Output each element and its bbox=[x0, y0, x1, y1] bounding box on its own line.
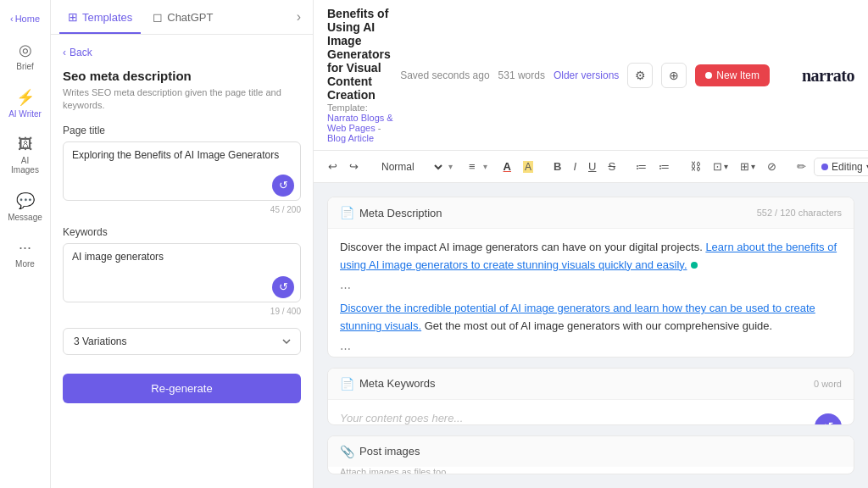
page-title-ai-button[interactable]: ↺ bbox=[272, 175, 294, 197]
header-right: Saved seconds ago 531 words Older versio… bbox=[400, 63, 770, 88]
meta-description-block: 📄 Meta Description 552 / 120 characters … bbox=[327, 197, 854, 358]
special-button[interactable]: ⊘ bbox=[763, 158, 781, 175]
content-area: 📄 Meta Description 552 / 120 characters … bbox=[314, 183, 868, 488]
meta-description-title: 📄 Meta Description bbox=[340, 206, 442, 219]
template-name-link[interactable]: Narrato Blogs & Web Pages bbox=[327, 113, 393, 133]
new-item-button[interactable]: New Item bbox=[695, 64, 770, 86]
sidebar-label-ai-writer: AI Writer bbox=[8, 109, 42, 119]
chevron-down-icon-align: ▾ bbox=[483, 162, 487, 171]
word-count: 531 words bbox=[498, 69, 545, 81]
keywords-icon: 📄 bbox=[340, 377, 354, 391]
older-versions-link[interactable]: Older versions bbox=[554, 69, 619, 81]
tab-chatgpt[interactable]: ◻ ChatGPT bbox=[144, 0, 221, 34]
tab-templates[interactable]: ⊞ Templates bbox=[59, 0, 141, 34]
back-button[interactable]: ‹ Back bbox=[63, 47, 92, 58]
meta-keywords-label: Meta Keywords bbox=[359, 377, 436, 390]
meta-keywords-word-count: 0 word bbox=[814, 379, 842, 389]
bold-button[interactable]: B bbox=[549, 158, 565, 175]
keywords-label: Keywords bbox=[63, 226, 301, 238]
sidebar-nav: ‹ Home ◎ Brief ⚡ AI Writer 🖼 AI Images 💬… bbox=[0, 0, 51, 488]
table-button[interactable]: ⊞ ▾ bbox=[736, 158, 760, 175]
brief-icon: ◎ bbox=[19, 41, 32, 59]
narrato-logo: narrato bbox=[802, 65, 854, 85]
page-title-input[interactable] bbox=[63, 141, 301, 201]
image-button[interactable]: ⊡ ▾ bbox=[709, 158, 732, 175]
align-button[interactable]: ≡ bbox=[465, 158, 480, 175]
save-status: Saved seconds ago bbox=[400, 69, 489, 81]
underline-button[interactable]: U bbox=[584, 158, 600, 175]
keywords-char-count: 19 / 400 bbox=[63, 307, 301, 316]
editing-mode-button[interactable]: Editing ▾ bbox=[814, 158, 868, 176]
post-images-header: 📎 Post images bbox=[328, 436, 854, 467]
chevron-left-icon: ‹ bbox=[10, 14, 14, 24]
edit-pencil-button[interactable]: ✏ bbox=[793, 158, 810, 175]
sidebar-label-ai-images: AI Images bbox=[7, 156, 44, 175]
template-prefix: Template: bbox=[327, 103, 368, 113]
images-icon: 📎 bbox=[340, 445, 354, 458]
keywords-ai-button[interactable]: ↺ bbox=[272, 276, 294, 298]
page-title-field-group: Page title ↺ 45 / 200 bbox=[63, 125, 301, 214]
home-label: Home bbox=[15, 14, 40, 24]
collapse-panel-button[interactable]: › bbox=[293, 6, 304, 28]
settings-icon-button[interactable]: ⚙ bbox=[627, 63, 653, 88]
more-icon: ··· bbox=[19, 239, 31, 257]
ai-writer-icon: ⚡ bbox=[16, 88, 35, 107]
post-images-label: Post images bbox=[359, 445, 420, 458]
post-images-subtitle: Attach images as files too. bbox=[328, 467, 854, 474]
post-images-title: 📎 Post images bbox=[340, 445, 420, 458]
template-section-desc: Writes SEO meta description given the pa… bbox=[63, 86, 301, 113]
sidebar-label-message: Message bbox=[8, 213, 42, 222]
highlight-button[interactable]: A bbox=[519, 158, 537, 175]
templates-panel: ⊞ Templates ◻ ChatGPT › ‹ Back Seo meta … bbox=[51, 0, 314, 488]
chevron-down-icon: ▾ bbox=[448, 162, 453, 171]
chatgpt-tab-label: ChatGPT bbox=[167, 11, 213, 24]
meta-description-header: 📄 Meta Description 552 / 120 characters bbox=[328, 197, 854, 229]
sidebar-label-more: More bbox=[15, 259, 35, 269]
italic-button[interactable]: I bbox=[569, 158, 581, 175]
sidebar-label-brief: Brief bbox=[16, 62, 34, 71]
undo-button[interactable]: ↩ bbox=[324, 158, 342, 175]
paragraph-style-select[interactable]: Normal Heading 1 Heading 2 bbox=[375, 158, 445, 175]
sidebar-item-ai-writer[interactable]: ⚡ AI Writer bbox=[3, 81, 47, 125]
share-icon-button[interactable]: ⊕ bbox=[661, 63, 687, 88]
strikethrough-button[interactable]: S bbox=[604, 158, 620, 175]
keywords-input[interactable] bbox=[63, 243, 301, 302]
meta-keywords-title: 📄 Meta Keywords bbox=[340, 377, 436, 391]
meta-description-body[interactable]: Discover the impact AI image generators … bbox=[328, 229, 854, 358]
editing-dot-indicator bbox=[821, 164, 828, 170]
meta-keywords-ai-button[interactable]: ↺ bbox=[815, 413, 842, 425]
sidebar-item-more[interactable]: ··· More bbox=[3, 232, 47, 275]
variations-select[interactable]: 1 Variation 2 Variations 3 Variations 4 … bbox=[63, 328, 301, 355]
document-icon: 📄 bbox=[340, 206, 354, 219]
page-title-char-count: 45 / 200 bbox=[63, 205, 301, 214]
meta-keywords-header: 📄 Meta Keywords 0 word bbox=[328, 369, 854, 400]
bullet-list-button[interactable]: ≔ bbox=[632, 158, 651, 175]
red-dot-icon bbox=[705, 72, 712, 79]
sidebar-item-brief[interactable]: ◎ Brief bbox=[3, 34, 47, 78]
home-nav-item[interactable]: ‹ Home bbox=[5, 7, 45, 30]
template-type-tag: Blog Article bbox=[327, 133, 374, 143]
header-left: Benefits of Using AI Image Generators fo… bbox=[327, 7, 400, 143]
font-color-button[interactable]: A bbox=[499, 158, 515, 175]
numbered-list-button[interactable]: ≔ bbox=[654, 158, 674, 175]
page-title-label: Page title bbox=[63, 125, 301, 136]
meta-desc-link-2: Discover the incredible potential of AI … bbox=[340, 302, 815, 332]
back-label: Back bbox=[70, 47, 92, 58]
link-button[interactable]: ⛓ bbox=[686, 158, 705, 175]
redo-button[interactable]: ↪ bbox=[345, 158, 363, 175]
meta-desc-link-1: Learn about the benefits of using AI ima… bbox=[340, 241, 837, 271]
meta-keywords-placeholder: Your content goes here... bbox=[340, 412, 463, 424]
page-title-wrapper: ↺ bbox=[63, 141, 301, 203]
sidebar-item-ai-images[interactable]: 🖼 AI Images bbox=[3, 129, 47, 181]
editor-header: Benefits of Using AI Image Generators fo… bbox=[314, 0, 868, 151]
chatgpt-tab-icon: ◻ bbox=[153, 10, 163, 24]
template-separator: - bbox=[378, 123, 381, 133]
chevron-left-icon: ‹ bbox=[63, 47, 66, 58]
message-icon: 💬 bbox=[16, 191, 35, 210]
document-title: Benefits of Using AI Image Generators fo… bbox=[327, 7, 400, 102]
panel-content: ‹ Back Seo meta description Writes SEO m… bbox=[51, 35, 313, 488]
toolbar: ↩ ↪ Normal Heading 1 Heading 2 ▾ ≡ ▾ A A… bbox=[314, 151, 868, 183]
panel-tabs: ⊞ Templates ◻ ChatGPT › bbox=[51, 0, 313, 35]
sidebar-item-message[interactable]: 💬 Message bbox=[3, 185, 47, 229]
regenerate-button[interactable]: Re-generate bbox=[63, 374, 301, 403]
